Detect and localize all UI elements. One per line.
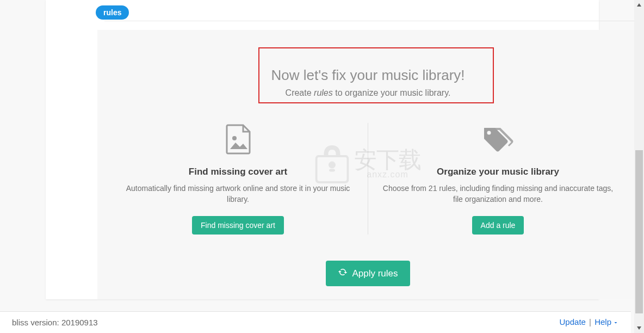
help-link[interactable]: Help bbox=[595, 317, 619, 326]
column-organize: Organize your music library Choose from … bbox=[368, 123, 628, 235]
svg-point-2 bbox=[232, 136, 237, 140]
footer-separator: | bbox=[589, 317, 591, 326]
scrollbar-track[interactable] bbox=[634, 0, 644, 333]
chevron-down-icon bbox=[612, 318, 619, 328]
organize-desc: Choose from 21 rules, including finding … bbox=[378, 183, 618, 205]
subtitle-suffix: to organize your music library. bbox=[333, 88, 451, 97]
update-link[interactable]: Update bbox=[560, 317, 586, 326]
svg-point-3 bbox=[487, 131, 491, 135]
subtitle-em: rules bbox=[314, 88, 333, 97]
add-rule-button[interactable]: Add a rule bbox=[472, 216, 524, 235]
find-cover-art-button[interactable]: Find missing cover art bbox=[192, 216, 284, 235]
tags-icon bbox=[378, 123, 618, 156]
scrollbar-thumb[interactable] bbox=[635, 150, 643, 313]
page-subtitle: Create rules to organize your music libr… bbox=[97, 88, 639, 98]
footer-bar: bliss version: 20190913 Update | Help bbox=[0, 311, 631, 333]
main-panel: rules Now let's fix your music library! … bbox=[46, 0, 599, 299]
scrollbar-up-arrow[interactable] bbox=[634, 0, 644, 10]
cover-art-title: Find missing cover art bbox=[118, 166, 358, 177]
top-divider bbox=[104, 21, 637, 21]
apply-rules-button[interactable]: Apply rules bbox=[326, 261, 410, 286]
version-prefix: bliss version: bbox=[12, 318, 61, 327]
apply-rules-label: Apply rules bbox=[352, 268, 398, 279]
page-title: Now let's fix your music library! bbox=[97, 67, 639, 84]
content-area: Now let's fix your music library! Create… bbox=[97, 30, 639, 299]
rules-badge[interactable]: rules bbox=[96, 5, 129, 20]
version-number: 20190913 bbox=[61, 318, 98, 327]
refresh-icon bbox=[338, 267, 348, 280]
subtitle-prefix: Create bbox=[286, 88, 314, 97]
organize-title: Organize your music library bbox=[378, 166, 618, 177]
version-text: bliss version: 20190913 bbox=[12, 318, 98, 327]
column-cover-art: Find missing cover art Automatically fin… bbox=[108, 123, 368, 235]
feature-columns: Find missing cover art Automatically fin… bbox=[97, 123, 639, 235]
image-icon bbox=[118, 123, 358, 156]
help-label: Help bbox=[595, 317, 611, 326]
scrollbar-down-arrow[interactable] bbox=[634, 323, 644, 333]
cover-art-desc: Automatically find missing artwork onlin… bbox=[118, 183, 358, 205]
footer-links: Update | Help bbox=[560, 317, 619, 328]
